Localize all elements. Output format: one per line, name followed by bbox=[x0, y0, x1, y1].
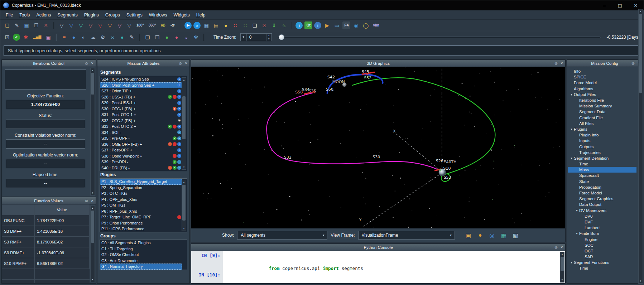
qt-console-icon[interactable]: Qt bbox=[304, 21, 312, 29]
import-icon[interactable]: ⇓ bbox=[270, 21, 278, 29]
tree-item[interactable]: ▾ Time bbox=[568, 265, 636, 271]
folder-icon[interactable]: ▭ bbox=[333, 21, 341, 29]
scroll-down-icon[interactable]: ▼ bbox=[91, 277, 95, 282]
group-list-item[interactable]: G3 : Aux Downmode bbox=[100, 258, 182, 264]
function-value-cell[interactable]: -1.379849E-09 bbox=[35, 247, 90, 258]
validate-icon[interactable]: ✔ bbox=[13, 34, 20, 41]
chevron-down-icon[interactable]: ▾ bbox=[447, 233, 455, 237]
detach-panel-icon[interactable]: ◎ bbox=[554, 246, 558, 249]
tree-item[interactable]: ▾ DVF bbox=[568, 219, 636, 225]
segment-list-item[interactable]: S31 : Post-OTC-1 + + bbox=[100, 112, 182, 118]
function-value-cell[interactable]: 1.784722E+00 bbox=[35, 215, 90, 226]
python-icon[interactable]: ▶ bbox=[323, 21, 331, 29]
function-name-cell[interactable]: OBJ FUNC bbox=[2, 215, 35, 226]
document-icon[interactable]: ❏ bbox=[144, 33, 152, 41]
function-name-cell[interactable]: S3 RDMF+ bbox=[2, 247, 35, 258]
tree-item[interactable]: ▾ Propagation bbox=[568, 184, 636, 190]
tree-item[interactable]: ▾ Time bbox=[568, 161, 636, 167]
plugin-list-item[interactable]: P4 : OPF_plus_Xhrs bbox=[100, 197, 182, 203]
panel-header[interactable]: Iterations Control ◎ ✕ bbox=[2, 60, 96, 67]
scroll-down-icon[interactable]: ▼ bbox=[182, 165, 186, 169]
plugin-list-item[interactable]: P11 : ICPS Performance bbox=[100, 226, 182, 232]
orbit-light-icon[interactable]: ◐ bbox=[80, 33, 87, 41]
function-value-cell[interactable]: 8.179006E-02 bbox=[35, 237, 90, 247]
run-icon[interactable]: ▶ bbox=[184, 22, 192, 29]
tree-item[interactable]: ▾ DV Maneuvers bbox=[568, 208, 636, 213]
tree-item[interactable]: ▾ Algorithms bbox=[568, 86, 636, 92]
menu-item[interactable]: Groups bbox=[102, 11, 123, 19]
vim-icon[interactable]: vim bbox=[371, 21, 380, 29]
link-icon[interactable]: ∞ bbox=[109, 33, 116, 41]
cloud-icon[interactable]: ☁ bbox=[89, 33, 97, 41]
tree-item[interactable]: ▾ Spacecraft bbox=[568, 173, 636, 178]
tree-item[interactable]: ▾ SPICE bbox=[568, 74, 636, 80]
plugin-list-item[interactable]: P3 : OTC TIGs bbox=[100, 190, 182, 197]
scrollbar[interactable]: ▲ ▼ bbox=[90, 206, 95, 282]
segment-list-item[interactable]: S27 : Orion TIP + + bbox=[100, 88, 182, 94]
segment-flask-orange-icon[interactable]: ▽ bbox=[106, 21, 114, 29]
expand-arrow-icon[interactable]: ▾ bbox=[569, 93, 574, 96]
abort-icon[interactable]: ✱ bbox=[22, 33, 30, 41]
segment-list-item[interactable]: S38 : Obnd Waypoint + + bbox=[100, 153, 182, 159]
trajectory-3d-view[interactable]: S42S45MOONS52S58S34S35S60S32S30XS26EARTH… bbox=[191, 67, 565, 228]
segment-flask-pink-icon[interactable]: ▽ bbox=[116, 21, 124, 29]
segment-list-item[interactable]: S32 : OTC-2 (FB) + ✳ bbox=[100, 118, 182, 124]
segment-list-item[interactable]: S40 : DRI (FB) - !✔− bbox=[100, 165, 182, 171]
panel-header[interactable]: Mission Attributes ◎ ✕ bbox=[97, 60, 189, 67]
scrollbar[interactable]: ▲ ▼ bbox=[638, 9, 643, 284]
plugin-list-item[interactable]: P1 : SLS_CoreSep_Hypergrid_Target bbox=[100, 179, 182, 185]
scrollbar[interactable]: ▲ ▼ bbox=[182, 77, 186, 170]
menu-item[interactable]: Windows bbox=[146, 11, 170, 19]
menu-item[interactable]: Actions bbox=[33, 11, 54, 19]
spice-icon[interactable]: ◉ bbox=[352, 21, 360, 29]
view-frame-select[interactable]: VisualizationFrame ▾ bbox=[358, 231, 455, 240]
tree-item[interactable]: ▾ All Files bbox=[568, 121, 636, 126]
detach-panel-icon[interactable]: ◎ bbox=[631, 62, 635, 65]
segment-flask-red-icon[interactable]: ▽ bbox=[96, 21, 104, 29]
chevron-down-icon[interactable]: ▾ bbox=[320, 233, 327, 237]
scrollbar-thumb[interactable] bbox=[561, 257, 564, 271]
spin-up-icon[interactable]: ▲ bbox=[266, 34, 271, 37]
tree-item[interactable]: ▾ OCT bbox=[568, 248, 636, 254]
segment-list-item[interactable]: S24 : ICPS Pre-Spring Sep + bbox=[100, 76, 182, 82]
menu-item[interactable]: File bbox=[3, 11, 16, 19]
group-list-item[interactable]: G2 : OMSe Checkout bbox=[100, 252, 182, 258]
scrollbar-thumb[interactable] bbox=[91, 73, 94, 95]
ellipse-icon[interactable]: ◯ bbox=[362, 21, 370, 29]
plugin-list-item[interactable]: P2 : Spring_Separation bbox=[100, 185, 182, 191]
scrollbar-thumb[interactable] bbox=[91, 211, 94, 243]
close-panel-icon[interactable]: ✕ bbox=[560, 62, 564, 65]
time-zoom-combo[interactable]: ▼ 0 ▲ ▼ bbox=[240, 33, 272, 41]
snapshot-icon[interactable]: ▣ bbox=[44, 33, 52, 41]
segment-flask-outline-icon[interactable]: ▽ bbox=[87, 21, 95, 29]
segment-list-icon[interactable]: ≡ bbox=[60, 33, 68, 41]
menu-item[interactable]: Help bbox=[193, 11, 209, 19]
gears-icon[interactable]: ⚙ bbox=[99, 33, 107, 41]
segment-flask-teal-icon[interactable]: ▽ bbox=[77, 21, 85, 29]
expand-arrow-icon[interactable]: ▾ bbox=[569, 261, 574, 264]
expand-arrow-icon[interactable]: ▾ bbox=[569, 156, 574, 160]
scrollbar[interactable]: ▲ ▼ bbox=[90, 68, 95, 195]
menu-item[interactable]: Widgets bbox=[170, 11, 193, 19]
scroll-down-icon[interactable]: ▼ bbox=[560, 278, 564, 282]
info-icon[interactable]: i bbox=[295, 22, 303, 29]
scroll-up-icon[interactable]: ▲ bbox=[182, 78, 186, 82]
segment-list-item[interactable]: S39 : Pre-DRI - ✔− bbox=[100, 159, 182, 165]
tree-item[interactable]: ▾ Data Output bbox=[568, 202, 636, 207]
function-name-cell[interactable]: S10 RPMF+ bbox=[2, 258, 35, 269]
tree-item[interactable]: ▾ Mission Summary bbox=[568, 103, 636, 109]
command-input[interactable] bbox=[4, 45, 640, 56]
detach-panel-icon[interactable]: ◎ bbox=[178, 62, 182, 65]
function-name-cell[interactable]: S3 RMF+ bbox=[2, 237, 35, 247]
sphere-icon[interactable]: ● bbox=[118, 33, 126, 41]
expand-arrow-icon[interactable]: ▾ bbox=[575, 232, 579, 235]
group-list-item[interactable]: G1 : TLI Targeting bbox=[100, 246, 182, 252]
snowflake-icon[interactable]: ✻ bbox=[192, 33, 200, 41]
segment-list-item[interactable]: S34 : SOI - − bbox=[100, 130, 182, 136]
capture-view-icon[interactable]: ▣ bbox=[464, 231, 473, 240]
tree-item[interactable]: ▾ Engine bbox=[568, 236, 636, 242]
segment-list-item[interactable]: S28 : USS-1 (FB) + ✔+ bbox=[100, 94, 182, 100]
rotate-180-icon[interactable]: 180° bbox=[135, 21, 145, 29]
close-panel-icon[interactable]: ✕ bbox=[560, 246, 564, 249]
segment-flask-slate-icon[interactable]: ▽ bbox=[125, 21, 133, 29]
